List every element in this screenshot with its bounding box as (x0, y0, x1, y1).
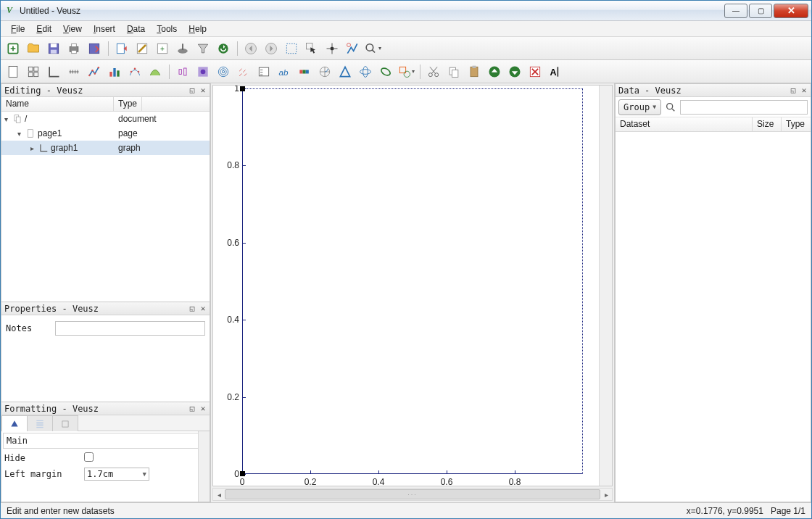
shapes-menu-button[interactable]: ▾ (397, 62, 415, 81)
editing-dock-header[interactable]: Editing - Veusz ◱ ✕ (1, 84, 210, 97)
delete-widget-button[interactable] (526, 62, 544, 81)
formatting-scrollbar[interactable] (198, 431, 210, 502)
dock-close-icon[interactable]: ✕ (198, 86, 208, 96)
import-data-button[interactable] (112, 39, 131, 58)
tree-expand-icon[interactable]: ▾ (14, 130, 23, 138)
paste-button[interactable] (465, 62, 484, 81)
add-colorbar-button[interactable] (295, 62, 314, 81)
properties-dock-header[interactable]: Properties - Veusz ◱ ✕ (1, 302, 210, 315)
window-buttons: — ▢ ✕ (723, 4, 808, 18)
tree-row[interactable]: ▾page1page (1, 126, 210, 141)
add-axis-button[interactable] (65, 62, 83, 81)
formatting-tab-main[interactable] (1, 415, 28, 431)
tree-row[interactable]: ▾/document (1, 112, 210, 126)
data-header-size[interactable]: Size (753, 117, 782, 131)
add-page-button[interactable] (4, 62, 22, 81)
zoom-graph-button[interactable] (343, 39, 362, 58)
minimize-button[interactable]: — (724, 4, 747, 18)
capture-data-button[interactable] (173, 39, 192, 58)
dock-float-icon[interactable]: ◱ (788, 86, 798, 96)
add-fit-button[interactable] (125, 62, 144, 81)
dock-float-icon[interactable]: ◱ (187, 86, 197, 96)
add-ternary-button[interactable] (336, 62, 355, 81)
add-bar-button[interactable] (105, 62, 124, 81)
tree-header-type[interactable]: Type (114, 97, 142, 111)
add-polar-button[interactable] (315, 62, 334, 81)
open-button[interactable] (24, 39, 43, 58)
menu-file[interactable]: File (5, 22, 30, 36)
print-button[interactable] (65, 39, 83, 58)
save-button[interactable] (44, 39, 63, 58)
copy-button[interactable] (444, 62, 463, 81)
resize-handle-nw[interactable] (240, 86, 245, 91)
plot-canvas[interactable]: 00.20.40.60.81 00.20.40.60.8 (212, 85, 613, 486)
pointer-tool-button[interactable] (302, 39, 321, 58)
dock-close-icon[interactable]: ✕ (198, 404, 208, 414)
scroll-thumb[interactable]: ∙∙∙ (225, 489, 600, 499)
menu-edit[interactable]: Edit (30, 22, 57, 36)
add-contour-button[interactable] (214, 62, 233, 81)
add-label-button[interactable]: ab (275, 62, 294, 81)
add-covariance-button[interactable] (376, 62, 395, 81)
tree-row[interactable]: ▸graph1graph (1, 141, 210, 155)
prev-page-button[interactable] (241, 39, 260, 58)
graph-widget[interactable]: 00.20.40.60.81 00.20.40.60.8 (242, 88, 583, 474)
x-axis[interactable] (242, 473, 583, 474)
data-header-type[interactable]: Type (782, 117, 811, 131)
reload-data-button[interactable] (214, 39, 233, 58)
data-search-input[interactable] (680, 100, 808, 115)
scroll-right-icon[interactable]: ▸ (600, 489, 612, 500)
canvas-hscrollbar[interactable]: ◂ ∙∙∙ ▸ (212, 488, 613, 501)
maximize-button[interactable]: ▢ (749, 4, 772, 18)
data-dock-header[interactable]: Data - Veusz ◱ ✕ (616, 84, 811, 97)
tree-header-name[interactable]: Name (1, 97, 114, 111)
add-vector-button[interactable] (234, 62, 253, 81)
data-header-dataset[interactable]: Dataset (616, 117, 753, 131)
hide-checkbox[interactable] (84, 452, 94, 462)
resize-handle-sw[interactable] (240, 471, 245, 476)
y-axis[interactable] (242, 88, 243, 474)
add-3d-button[interactable] (356, 62, 375, 81)
group-button[interactable]: Group ▼ (618, 99, 661, 115)
add-graph-button[interactable] (44, 62, 63, 81)
formatting-tab-border[interactable] (52, 415, 78, 431)
notes-input[interactable] (55, 321, 205, 336)
add-boxplot-button[interactable] (173, 62, 192, 81)
menu-view[interactable]: View (57, 22, 88, 36)
menu-data[interactable]: Data (121, 22, 151, 36)
add-xy-button[interactable] (85, 62, 104, 81)
create-data-button[interactable]: + (153, 39, 172, 58)
move-up-button[interactable] (485, 62, 504, 81)
formatting-dock-header[interactable]: Formatting - Veusz ◱ ✕ (1, 402, 210, 415)
dock-float-icon[interactable]: ◱ (187, 404, 197, 414)
dock-close-icon[interactable]: ✕ (198, 304, 208, 314)
add-image-button[interactable] (194, 62, 212, 81)
add-key-button[interactable] (254, 62, 273, 81)
rename-widget-button[interactable]: A (546, 62, 565, 81)
new-document-button[interactable] (4, 39, 22, 58)
select-tool-button[interactable] (282, 39, 301, 58)
dock-float-icon[interactable]: ◱ (187, 304, 197, 314)
add-function-button[interactable] (146, 62, 165, 81)
next-page-button[interactable] (262, 39, 281, 58)
close-button[interactable]: ✕ (774, 4, 808, 18)
tree-expand-icon[interactable]: ▾ (1, 115, 10, 123)
filter-data-button[interactable] (194, 39, 212, 58)
zoom-menu-button[interactable]: ▾ (363, 39, 382, 58)
add-grid-button[interactable] (24, 62, 43, 81)
cut-button[interactable] (424, 62, 443, 81)
dock-close-icon[interactable]: ✕ (799, 86, 809, 96)
svg-point-43 (222, 70, 224, 72)
menu-help[interactable]: Help (183, 22, 212, 36)
leftmargin-combo[interactable]: 1.7cm ▼ (84, 468, 149, 481)
menu-tools[interactable]: Tools (151, 22, 183, 36)
canvas-vscrollbar[interactable] (599, 86, 612, 486)
formatting-tab-background[interactable] (27, 415, 53, 431)
tree-expand-icon[interactable]: ▸ (28, 144, 36, 152)
export-button[interactable] (85, 39, 104, 58)
scroll-left-icon[interactable]: ◂ (213, 489, 225, 500)
menu-insert[interactable]: Insert (88, 22, 121, 36)
move-down-button[interactable] (505, 62, 524, 81)
read-point-button[interactable] (323, 39, 341, 58)
edit-data-button[interactable] (133, 39, 152, 58)
